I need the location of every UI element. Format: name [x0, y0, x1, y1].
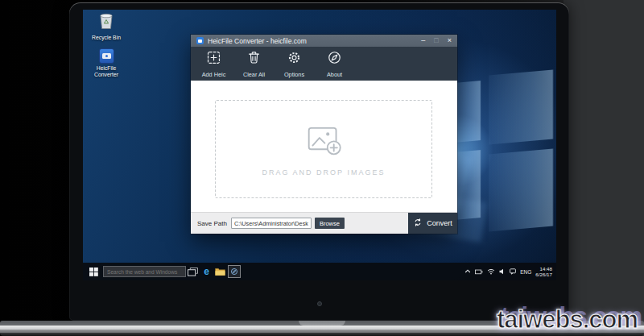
clock-time: 14:48	[535, 266, 552, 272]
options-button[interactable]: Options	[279, 50, 309, 78]
edge-icon: e	[204, 267, 209, 276]
close-button[interactable]: ×	[448, 37, 452, 44]
edge-browser-button[interactable]: e	[200, 267, 213, 276]
tray-chevron-up-icon[interactable]	[464, 268, 471, 275]
window-content: DRAG AND DROP IMAGES	[191, 81, 457, 212]
tray-wifi-icon[interactable]	[487, 268, 495, 275]
desktop-icon-label: HeicFile Converter	[88, 65, 125, 78]
system-tray: ENG 14:48 6/26/17	[464, 266, 552, 278]
folder-icon	[215, 268, 225, 276]
window-titlebar[interactable]: HeicFile Converter - heicfile.com – □ ×	[191, 35, 457, 47]
add-heic-button[interactable]: Add Heic	[199, 50, 229, 78]
about-button[interactable]: About	[320, 50, 349, 78]
clear-all-button[interactable]: Clear All	[239, 50, 269, 78]
heicfile-app-icon	[99, 48, 114, 64]
background-panel	[564, 0, 644, 321]
search-input[interactable]	[107, 269, 182, 275]
image-plus-icon	[305, 122, 343, 160]
taskbar-clock[interactable]: 14:48 6/26/17	[535, 266, 552, 278]
file-explorer-button[interactable]	[213, 268, 227, 276]
convert-label: Convert	[427, 219, 452, 227]
maximize-button[interactable]: □	[434, 37, 438, 44]
start-button[interactable]	[87, 268, 100, 276]
app-window: HeicFile Converter - heicfile.com – □ ×	[191, 35, 457, 234]
heicfile-taskbar-button[interactable]	[227, 265, 241, 278]
save-path-input[interactable]	[231, 218, 312, 229]
screen: Recycle Bin HeicFile Converter HeicFile …	[83, 10, 556, 280]
laptop-mockup: Recycle Bin HeicFile Converter HeicFile …	[0, 0, 644, 336]
minimize-button[interactable]: –	[421, 37, 425, 44]
browse-button[interactable]: Browse	[315, 218, 345, 229]
sync-icon	[413, 218, 423, 229]
app-logo-icon	[196, 37, 204, 44]
window-controls: – □ ×	[421, 37, 452, 44]
compass-icon	[327, 50, 342, 68]
drag-drop-zone[interactable]: DRAG AND DROP IMAGES	[215, 100, 432, 198]
active-app-tile	[228, 265, 241, 278]
add-heic-icon	[206, 50, 221, 68]
windows-logo-pane	[489, 149, 553, 232]
recycle-bin-icon	[98, 11, 114, 33]
laptop-lid: Recycle Bin HeicFile Converter HeicFile …	[69, 2, 569, 321]
tray-speaker-icon[interactable]	[499, 268, 506, 275]
language-indicator[interactable]: ENG	[520, 269, 531, 275]
window-bottom-bar: Save Path Browse Convert	[191, 212, 457, 234]
desktop-icon-list: Recycle Bin HeicFile Converter	[88, 11, 125, 78]
clock-date: 6/26/17	[535, 272, 552, 277]
save-path-label: Save Path	[197, 220, 227, 227]
task-view-icon	[188, 268, 198, 276]
window-title: HeicFile Converter - heicfile.com	[208, 37, 307, 45]
windows-logo-icon	[89, 268, 98, 276]
convert-button[interactable]: Convert	[408, 213, 457, 234]
tray-action-center-icon[interactable]	[510, 268, 516, 275]
trash-icon	[246, 50, 262, 68]
tray-battery-icon[interactable]	[475, 269, 483, 275]
task-view-button[interactable]	[186, 268, 200, 276]
desktop-icon-recycle-bin[interactable]: Recycle Bin	[88, 11, 125, 41]
windows-logo-pane	[489, 70, 553, 145]
taskbar-search-box[interactable]	[103, 266, 186, 277]
desktop-icon-heicfile-converter[interactable]: HeicFile Converter	[88, 48, 125, 78]
dropzone-caption: DRAG AND DROP IMAGES	[262, 168, 386, 176]
window-toolbar: Add Heic Clear All	[191, 47, 457, 81]
desktop-icon-label: Recycle Bin	[92, 35, 121, 41]
webcam-dot	[317, 301, 322, 306]
watermark: taiwebs.com	[497, 305, 638, 334]
heicfile-app-icon	[230, 268, 238, 276]
taskbar: e	[83, 263, 556, 280]
gear-icon	[287, 50, 302, 68]
